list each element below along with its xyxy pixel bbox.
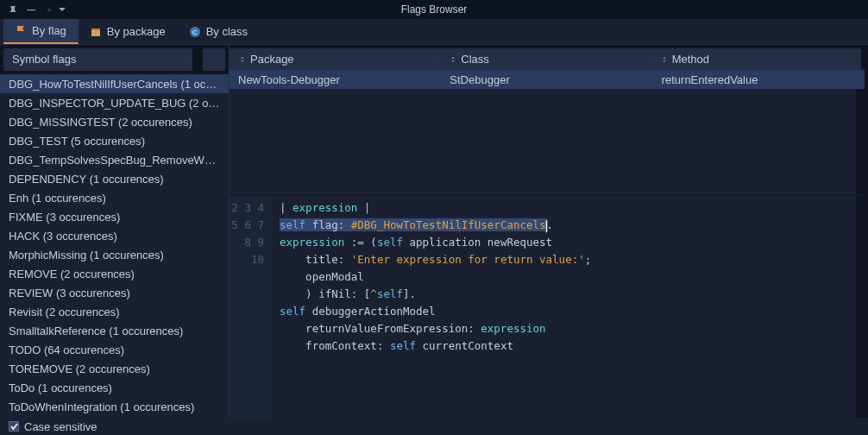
flag-item[interactable]: DEPENDENCY (1 occurences) — [0, 169, 229, 188]
left-panel: Symbol flags DBG_HowToTestNilIfUserCance… — [0, 45, 230, 418]
tab-by-package[interactable]: By package — [79, 19, 178, 44]
line-gutter: 2 3 4 5 6 7 8 9 10 — [230, 196, 273, 418]
flag-item[interactable]: Torevisit (1 occurences) — [0, 416, 229, 418]
code-editor[interactable]: 2 3 4 5 6 7 8 9 10 | expression | self f… — [230, 196, 865, 418]
symbol-flags-header: Symbol flags — [3, 48, 192, 71]
code-scrollbar[interactable] — [856, 196, 865, 418]
sort-icon — [449, 55, 457, 64]
methods-table: Package Class Method NewTools-Debugger S… — [230, 45, 865, 196]
table-row[interactable]: NewTools-Debugger StDebugger returnEnter… — [230, 70, 865, 89]
column-label: Package — [250, 53, 294, 66]
flag-item[interactable]: DBG_INSPECTOR_UPDATE_BUG (2 occurences) — [0, 93, 229, 112]
column-header-method[interactable]: Method — [651, 48, 861, 70]
table-header: Package Class Method — [230, 48, 861, 70]
tab-label: By class — [206, 25, 248, 38]
tab-strip: By flag By package C By class — [0, 19, 868, 45]
flag-item[interactable]: FIXME (3 occurences) — [0, 207, 229, 226]
flag-item[interactable]: DBG_MISSINGTEST (2 occurences) — [0, 112, 229, 131]
flag-item[interactable]: MorphicMissing (1 occurences) — [0, 245, 229, 264]
svg-text:C: C — [192, 28, 198, 36]
footer-bar: Case sensitive — [0, 418, 868, 435]
svg-rect-1 — [91, 28, 100, 30]
cell-method: returnEnteredValue — [653, 70, 865, 89]
window-title-bar: — ▫ Flags Browser — [0, 0, 868, 19]
flag-item[interactable]: ToDo (1 occurences) — [0, 378, 229, 397]
svg-rect-0 — [91, 29, 100, 36]
window-title: Flags Browser — [0, 3, 868, 16]
cell-class: StDebugger — [441, 70, 652, 89]
left-header-button[interactable] — [203, 48, 225, 71]
flag-item[interactable]: TOREMOVE (2 occurences) — [0, 359, 229, 378]
sort-icon — [660, 55, 669, 64]
flag-item[interactable]: Enh (1 occurences) — [0, 188, 229, 207]
flag-item[interactable]: SmalltalkReference (1 occurences) — [0, 321, 229, 340]
tab-by-flag[interactable]: By flag — [3, 19, 79, 44]
column-header-package[interactable]: Package — [230, 48, 440, 70]
main-grid: Symbol flags DBG_HowToTestNilIfUserCance… — [0, 45, 868, 418]
tab-label: By flag — [32, 24, 66, 37]
flag-item[interactable]: REMOVE (2 occurences) — [0, 264, 229, 283]
package-icon — [90, 26, 102, 38]
flag-item[interactable]: HACK (3 occurences) — [0, 226, 229, 245]
flag-item[interactable]: DBG_HowToTestNilIfUserCancels (1 occuren… — [0, 74, 229, 93]
column-label: Class — [461, 53, 489, 66]
flag-item[interactable]: Revisit (2 occurences) — [0, 302, 229, 321]
flag-item[interactable]: TODO (64 occurences) — [0, 340, 229, 359]
column-label: Method — [672, 53, 709, 66]
column-header-class[interactable]: Class — [440, 48, 651, 70]
class-icon: C — [189, 26, 201, 38]
code-content[interactable]: | expression | self flag: #DBG_HowToTest… — [273, 196, 856, 418]
case-sensitive-checkbox[interactable] — [9, 421, 19, 432]
flags-list[interactable]: DBG_HowToTestNilIfUserCancels (1 occuren… — [0, 74, 229, 418]
sort-icon — [238, 55, 247, 64]
flag-item[interactable]: REVIEW (3 occurences) — [0, 283, 229, 302]
tab-by-class[interactable]: C By class — [178, 19, 260, 44]
flag-icon — [15, 25, 27, 37]
flag-item[interactable]: ToDoWhenIntegration (1 occurences) — [0, 397, 229, 416]
tab-label: By package — [107, 25, 166, 38]
case-sensitive-label: Case sensitive — [24, 420, 97, 433]
right-panel: Package Class Method NewTools-Debugger S… — [230, 45, 868, 418]
table-body-empty — [230, 89, 865, 194]
flag-item[interactable]: DBG_TEST (5 occurences) — [0, 131, 229, 150]
flag-item[interactable]: DBG_TempSolvesSpecBug_RemoveWhenFixed (1… — [0, 150, 229, 169]
cell-package: NewTools-Debugger — [230, 70, 441, 89]
